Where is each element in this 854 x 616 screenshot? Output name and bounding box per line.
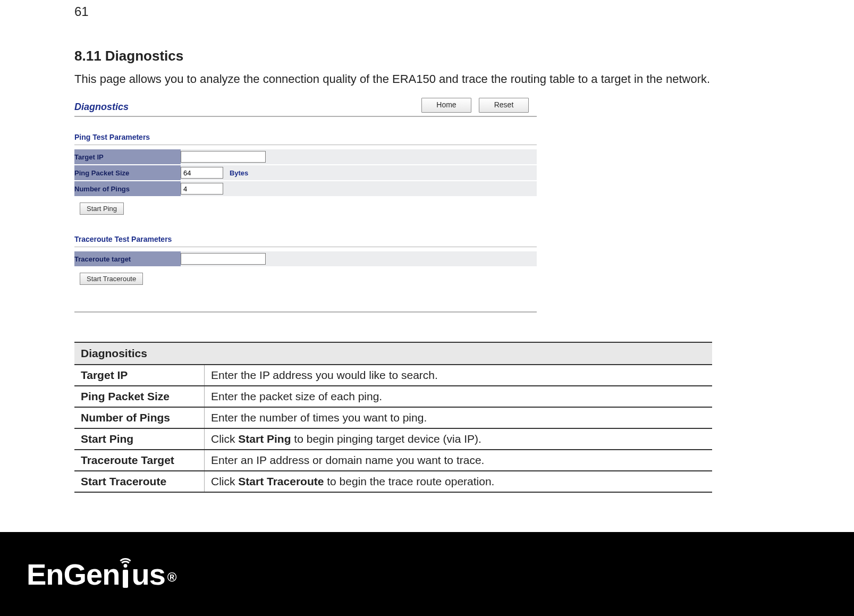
desc-term: Target IP	[74, 365, 205, 386]
desc-text: Enter the IP address you would like to s…	[205, 365, 713, 386]
panel-title: Diagnostics	[74, 102, 129, 113]
desc-term: Start Ping	[74, 428, 205, 450]
table-row: Start PingClick Start Ping to begin ping…	[74, 428, 712, 450]
traceroute-target-input[interactable]	[181, 253, 266, 265]
desc-term: Ping Packet Size	[74, 386, 205, 407]
desc-table-header: Diagnositics	[74, 342, 712, 365]
num-pings-input[interactable]	[181, 183, 223, 195]
ping-section-header: Ping Test Parameters	[74, 133, 537, 145]
intro-text: This page allows you to analyze the conn…	[74, 70, 744, 88]
traceroute-section-header: Traceroute Test Parameters	[74, 235, 537, 247]
table-row: Traceroute TargetEnter an IP address or …	[74, 450, 712, 471]
traceroute-target-label: Traceroute target	[74, 251, 181, 267]
table-row: Target IPEnter the IP address you would …	[74, 365, 712, 386]
description-table: Diagnositics Target IPEnter the IP addre…	[74, 342, 712, 493]
packet-size-label: Ping Packet Size	[74, 165, 181, 181]
desc-term: Number of Pings	[74, 407, 205, 428]
panel-divider	[74, 311, 537, 313]
registered-mark: ®	[167, 570, 176, 585]
page-content: 8.11 Diagnostics This page allows you to…	[74, 48, 765, 493]
page-number: 61	[74, 4, 89, 19]
desc-term: Start Traceroute	[74, 471, 205, 492]
page-footer: EnGen us ®	[0, 532, 854, 616]
home-button[interactable]: Home	[421, 98, 471, 113]
desc-text: Enter the number of times you want to pi…	[205, 407, 713, 428]
table-row: Start TracerouteClick Start Traceroute t…	[74, 471, 712, 492]
desc-text: Enter an IP address or domain name you w…	[205, 450, 713, 471]
num-pings-label: Number of Pings	[74, 181, 181, 197]
table-row: Number of PingsEnter the number of times…	[74, 407, 712, 428]
target-ip-label: Target IP	[74, 149, 181, 165]
brand-text-part2: us	[131, 557, 165, 592]
desc-text: Click Start Traceroute to begin the trac…	[205, 471, 713, 492]
start-ping-button[interactable]: Start Ping	[80, 202, 124, 215]
desc-term: Traceroute Target	[74, 450, 205, 471]
wifi-icon	[119, 558, 132, 588]
reset-button[interactable]: Reset	[479, 98, 529, 113]
desc-text: Enter the packet size of each ping.	[205, 386, 713, 407]
ping-params-table: Target IP Ping Packet Size Bytes Number …	[74, 149, 537, 197]
packet-size-unit: Bytes	[230, 169, 248, 177]
brand-logo: EnGen us ®	[27, 557, 176, 592]
start-traceroute-button[interactable]: Start Traceroute	[80, 273, 143, 285]
traceroute-params-table: Traceroute target	[74, 251, 537, 267]
packet-size-input[interactable]	[181, 167, 223, 179]
table-row: Ping Packet SizeEnter the packet size of…	[74, 386, 712, 407]
brand-text-part1: EnGen	[27, 557, 120, 592]
section-heading: 8.11 Diagnostics	[74, 48, 765, 64]
diagnostics-panel: Diagnostics Home Reset Ping Test Paramet…	[74, 98, 537, 313]
target-ip-input[interactable]	[181, 151, 266, 163]
desc-text: Click Start Ping to begin pinging target…	[205, 428, 713, 450]
